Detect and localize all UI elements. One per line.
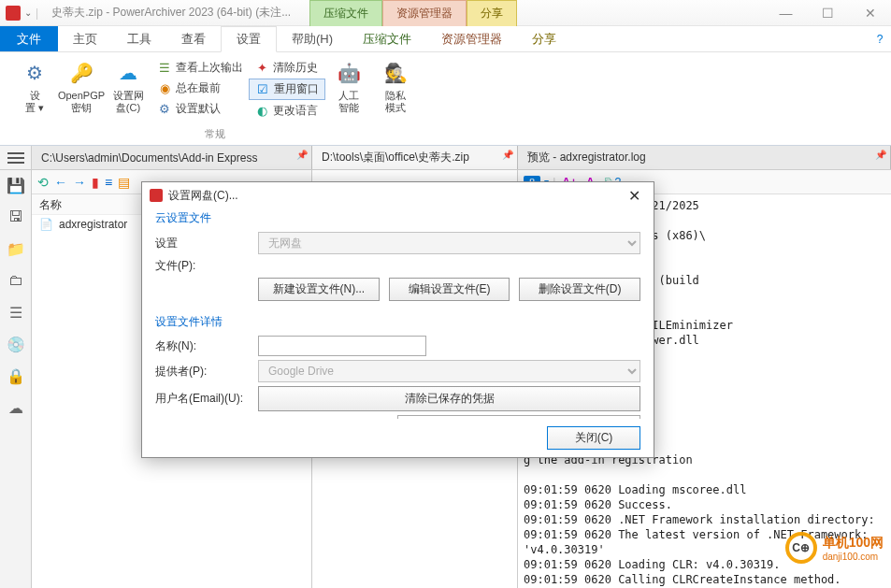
context-tabs: 压缩文件 资源管理器 分享 <box>309 0 517 26</box>
watermark-text: 单机100网 <box>823 535 884 552</box>
minimize-button[interactable]: — <box>765 0 807 26</box>
clear-history-button[interactable]: ✦清除历史 <box>249 58 325 78</box>
open-folder-icon[interactable]: 🗀 <box>7 271 25 290</box>
edit-profile-button[interactable]: 编辑设置文件(E) <box>389 278 510 301</box>
window-buttons: — ☐ ✕ <box>765 0 891 26</box>
label-files: 文件(P): <box>155 258 249 274</box>
clear-credentials-button[interactable]: 清除已保存的凭据 <box>258 386 640 411</box>
context-tab-explorer[interactable]: 资源管理器 <box>382 0 467 26</box>
settings-button[interactable]: ⚙ 设 置 ▾ <box>11 56 58 125</box>
dialog-footer: 关闭(C) <box>142 419 654 457</box>
view1-icon[interactable]: ▮ <box>92 175 99 190</box>
broom-icon: ✦ <box>254 61 269 76</box>
window-title: 史蒂夫.zip - PowerArchiver 2023 (64-bit) (未… <box>51 5 291 21</box>
circle-icon: ◉ <box>157 81 172 96</box>
ribbon-group-label: 常规 <box>205 125 225 145</box>
checkbox-checked-icon: ☑ <box>255 82 270 97</box>
help-icon[interactable]: ? <box>869 26 891 51</box>
cloud-drive-select[interactable]: 无网盘 <box>258 232 640 254</box>
view2-icon[interactable]: ≡ <box>105 175 112 190</box>
tab-settings[interactable]: 设置 <box>221 26 277 52</box>
provider-select[interactable]: Google Drive <box>258 360 640 382</box>
cloud-settings-button[interactable]: ☁ 设置网 盘(C) <box>105 56 151 125</box>
gear-small-icon: ⚙ <box>157 102 172 117</box>
tab-home[interactable]: 主页 <box>58 26 112 51</box>
ribbon-body: ⚙ 设 置 ▾ 🔑 OpenPGP 密钥 ☁ 设置网 盘(C) ☰查看上次输出 … <box>0 52 891 146</box>
folder-icon[interactable]: 📁 <box>7 239 25 258</box>
reuse-window-toggle[interactable]: ☑重用窗口 <box>249 79 325 100</box>
delete-profile-button[interactable]: 删除设置文件(D) <box>519 278 640 301</box>
watermark-badge-icon: C⊕ <box>785 532 817 564</box>
label-name: 名称(N): <box>155 338 249 354</box>
tab-file[interactable]: 文件 <box>0 26 58 51</box>
new-profile-button[interactable]: 新建设置文件(N)... <box>258 278 380 301</box>
context-tab-share[interactable]: 分享 <box>467 0 517 26</box>
file-name: adxregistrator <box>59 218 127 231</box>
tab-help[interactable]: 帮助(H) <box>277 26 348 51</box>
dialog-app-icon <box>150 189 163 202</box>
save-icon[interactable]: 🖫 <box>7 208 25 226</box>
key-icon: 🔑 <box>66 58 96 88</box>
section-profile-details: 设置文件详情 <box>155 314 640 330</box>
list-icon: ☰ <box>157 61 172 76</box>
dialog-title: 设置网盘(C)... <box>168 188 238 204</box>
tab-explorer[interactable]: 资源管理器 <box>426 26 517 51</box>
qat-sep: | <box>36 7 38 20</box>
disc-icon[interactable]: 💿 <box>7 335 25 353</box>
watermark-url: danji100.com <box>823 552 884 562</box>
tab-compress[interactable]: 压缩文件 <box>348 26 426 51</box>
set-default-button[interactable]: ⚙设置默认 <box>151 99 249 119</box>
pin-icon[interactable]: 📌 <box>875 150 886 160</box>
globe-icon: ◐ <box>254 104 269 119</box>
dialog-titlebar: 设置网盘(C)... ✕ <box>142 182 654 208</box>
hamburger-icon[interactable] <box>0 146 32 169</box>
side-toolbar: 💾 🖫 📁 🗀 ☰ 💿 🔒 ☁ <box>0 170 32 588</box>
tab-view[interactable]: 查看 <box>166 26 221 51</box>
app-icon <box>6 6 21 21</box>
file-icon: 📄 <box>39 218 53 231</box>
dialog-close-button[interactable]: ✕ <box>623 187 646 205</box>
forward-icon[interactable]: → <box>73 175 86 190</box>
always-on-top-button[interactable]: ◉总在最前 <box>151 79 249 98</box>
qat: ⌄ | <box>0 6 44 21</box>
context-tab-compress[interactable]: 压缩文件 <box>309 0 382 26</box>
titlebar: ⌄ | 史蒂夫.zip - PowerArchiver 2023 (64-bit… <box>0 0 891 26</box>
back-icon[interactable]: ← <box>54 175 67 190</box>
label-settings: 设置 <box>155 236 249 251</box>
view-last-output-button[interactable]: ☰查看上次输出 <box>151 58 249 78</box>
incognito-icon: 🕵 <box>381 58 410 88</box>
ai-button[interactable]: 🤖 人工 智能 <box>325 56 372 125</box>
maximize-button[interactable]: ☐ <box>807 0 849 26</box>
path-segment-right[interactable]: 预览 - adxregistrator.log📌 <box>518 146 891 169</box>
disk-icon[interactable]: 💾 <box>7 176 25 194</box>
label-username: 用户名(Email)(U): <box>155 391 249 407</box>
path-segment-mid[interactable]: D:\tools\桌面\office\史蒂夫.zip📌 <box>312 146 518 169</box>
openpgp-button[interactable]: 🔑 OpenPGP 密钥 <box>58 56 105 125</box>
tab-share[interactable]: 分享 <box>517 26 571 51</box>
pin-icon[interactable]: 📌 <box>296 150 308 160</box>
name-field[interactable] <box>258 336 426 356</box>
dialog-body: 云设置文件 设置 无网盘 文件(P): 新建设置文件(N)... 编辑设置文件(… <box>142 208 654 419</box>
qat-dropdown-icon[interactable]: ⌄ <box>24 7 32 18</box>
cloud-icon: ☁ <box>113 58 143 88</box>
change-language-button[interactable]: ◐更改语言 <box>249 101 325 121</box>
path-segment-left[interactable]: C:\Users\admin\Documents\Add-in Express📌 <box>32 146 312 169</box>
gear-icon: ⚙ <box>20 58 50 88</box>
watermark-logo: C⊕ 单机100网 danji100.com <box>785 532 884 564</box>
cloud-settings-dialog: 设置网盘(C)... ✕ 云设置文件 设置 无网盘 文件(P): 新建设置文件(… <box>141 181 654 458</box>
path-row: C:\Users\admin\Documents\Add-in Express📌… <box>0 146 891 170</box>
lock-icon[interactable]: 🔒 <box>7 366 25 385</box>
close-dialog-button[interactable]: 关闭(C) <box>547 426 640 450</box>
privacy-mode-button[interactable]: 🕵 隐私 模式 <box>372 56 419 125</box>
view3-icon[interactable]: ▤ <box>118 175 130 190</box>
close-button[interactable]: ✕ <box>849 0 891 26</box>
pin-icon[interactable]: 📌 <box>502 150 513 160</box>
section-cloud-files: 云设置文件 <box>155 210 640 226</box>
tab-tools[interactable]: 工具 <box>112 26 166 51</box>
label-provider: 提供者(P): <box>155 364 249 380</box>
ribbon-tabs: 文件 主页 工具 查看 设置 帮助(H) 压缩文件 资源管理器 分享 ? <box>0 26 891 52</box>
cloud-icon[interactable]: ☁ <box>7 398 25 417</box>
robot-icon: 🤖 <box>334 58 364 88</box>
refresh-icon[interactable]: ⟲ <box>37 175 49 190</box>
list-icon[interactable]: ☰ <box>7 303 25 322</box>
